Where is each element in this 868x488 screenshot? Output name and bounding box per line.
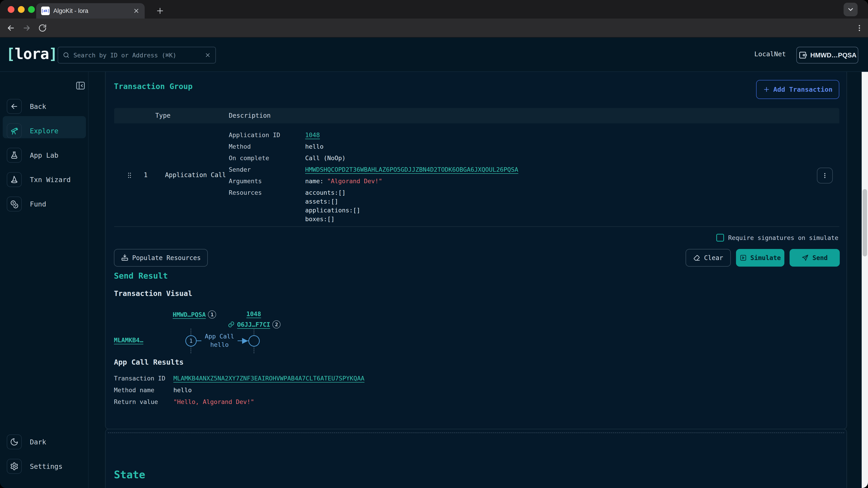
send-result-title: Send Result xyxy=(114,271,168,281)
graph-sender-badge: 1 xyxy=(208,311,216,319)
chevron-down-icon xyxy=(847,6,855,13)
app-call-results-title: App Call Results xyxy=(114,358,184,366)
panel-collapse-icon xyxy=(75,80,86,91)
require-signatures-row: Require signatures on simulate xyxy=(716,233,838,242)
add-transaction-button[interactable]: Add Transaction xyxy=(756,80,839,99)
on-complete-value: Call (NoOp) xyxy=(305,154,346,163)
play-square-icon xyxy=(740,254,747,261)
drag-handle-icon[interactable] xyxy=(126,172,133,180)
require-signatures-label: Require signatures on simulate xyxy=(728,234,838,241)
window-close-button[interactable] xyxy=(8,6,14,13)
sidebar-item-dark-mode[interactable]: Dark xyxy=(7,434,46,449)
field-label: Application ID xyxy=(229,131,305,140)
browser-toolbar: lora.algokit.io/localnet/application/104… xyxy=(0,19,868,37)
result-label: Return value xyxy=(114,398,174,405)
gear-icon xyxy=(7,459,22,474)
arrow-left-icon xyxy=(7,99,22,114)
sidebar-item-explore[interactable]: Explore xyxy=(7,123,58,138)
browser-menu-button[interactable] xyxy=(855,24,864,33)
wallet-label: HMWD…PQSA xyxy=(810,52,857,59)
back-arrow-icon xyxy=(6,24,16,33)
graph-group-link[interactable]: O6JJ…F7CI xyxy=(237,321,270,328)
column-header-type: Type xyxy=(155,112,170,119)
graph-transaction-row-label: MLAMKB4… xyxy=(114,337,143,344)
transaction-type: Application Call xyxy=(165,171,226,179)
window-maximize-button[interactable] xyxy=(28,6,35,13)
sidebar-item-label: Fund xyxy=(30,200,46,208)
logo-word: lora xyxy=(15,45,49,63)
graph-application-link[interactable]: 1048 xyxy=(246,311,261,318)
graph-to-node[interactable] xyxy=(248,335,260,347)
sidebar-item-app-lab[interactable]: App Lab xyxy=(7,148,58,163)
simulate-button[interactable]: Simulate xyxy=(736,249,784,267)
sidebar-item-back[interactable]: Back xyxy=(7,99,46,114)
lora-app: [lora] LocalNet HMWD…PQSA xyxy=(0,37,868,488)
sidebar-item-label: App Lab xyxy=(30,151,58,159)
browser-tab-strip: [ak] AlgoKit - lora xyxy=(0,0,868,19)
sidebar-item-fund[interactable]: Fund xyxy=(7,197,46,212)
sidebar-item-label: Settings xyxy=(30,462,63,470)
reload-icon xyxy=(38,24,47,32)
wallet-button[interactable]: HMWD…PQSA xyxy=(796,47,858,64)
populate-resources-button[interactable]: Populate Resources xyxy=(114,249,208,267)
require-signatures-checkbox[interactable] xyxy=(716,234,724,241)
result-label: Method name xyxy=(114,387,174,394)
search-input[interactable] xyxy=(73,52,201,59)
graph-transaction-link[interactable]: MLAMKB4… xyxy=(114,337,143,344)
field-label: Method xyxy=(229,142,305,151)
page-scrollbar-track[interactable] xyxy=(862,72,868,488)
field-label: Arguments xyxy=(229,177,305,186)
logo-bracket-right: ] xyxy=(49,45,57,63)
method-value: hello xyxy=(305,142,323,151)
dashed-divider xyxy=(108,432,844,433)
sender-address-link[interactable]: HMWDSHQCOPD2T36WBAHLAZ6PO5GDJJZBN4D2TODK… xyxy=(305,165,518,174)
link-icon xyxy=(228,321,235,328)
transaction-row-menu-button[interactable] xyxy=(817,168,833,184)
result-row-method-name: Method name hello xyxy=(114,385,192,394)
sidebar-item-txn-wizard[interactable]: Txn Wizard xyxy=(7,172,71,187)
browser-forward-button[interactable] xyxy=(22,24,31,33)
kebab-menu-icon xyxy=(855,24,864,32)
graph-from-node[interactable]: 1 xyxy=(185,335,197,347)
method-name-value: hello xyxy=(174,387,192,394)
result-row-transaction-id: Transaction ID MLAMKB4ANXZ5NA2XY7ZNF3EAI… xyxy=(114,374,364,383)
result-row-return-value: Return value "Hello, Algorand Dev!" xyxy=(114,397,254,406)
clear-button[interactable]: Clear xyxy=(686,249,731,267)
transaction-id-link[interactable]: MLAMKB4ANXZ5NA2XY7ZNF3EAIROHVWPAB4A7CLT6… xyxy=(174,375,364,382)
column-header-description: Description xyxy=(229,112,271,119)
clear-search-icon[interactable] xyxy=(205,52,211,58)
global-search[interactable] xyxy=(58,47,216,64)
transaction-group-card: Transaction Group Add Transaction Type D… xyxy=(105,72,847,429)
graph-sender-link[interactable]: HMWD…PQSA xyxy=(173,311,206,318)
result-label: Transaction ID xyxy=(114,375,174,382)
field-label: Resources xyxy=(229,188,305,197)
window-minimize-button[interactable] xyxy=(18,6,25,13)
network-label[interactable]: LocalNet xyxy=(754,50,786,58)
browser-back-button[interactable] xyxy=(6,24,16,33)
edge-label-method: hello xyxy=(202,340,238,349)
argument-key: name: xyxy=(305,177,323,186)
browser-reload-button[interactable] xyxy=(38,24,47,33)
sidebar-collapse-button[interactable] xyxy=(75,80,86,91)
browser-tab-active[interactable]: [ak] AlgoKit - lora xyxy=(36,3,145,19)
download-tray-icon xyxy=(121,254,129,262)
search-icon xyxy=(63,52,70,59)
browser-window: [ak] AlgoKit - lora lora.algokit.io/loca… xyxy=(0,0,868,488)
field-label: On complete xyxy=(229,154,305,163)
tab-close-icon[interactable] xyxy=(133,7,140,14)
telescope-icon xyxy=(7,123,22,138)
new-tab-button[interactable] xyxy=(155,6,165,16)
graph-edge-label: App Call hello xyxy=(202,332,238,349)
graph-sender-column: HMWD…PQSA 1 xyxy=(173,311,216,319)
page-scrollbar-thumb[interactable] xyxy=(863,189,867,256)
sidebar-item-settings[interactable]: Settings xyxy=(7,459,63,474)
lora-logo[interactable]: [lora] xyxy=(6,45,57,63)
tab-favicon: [ak] xyxy=(41,6,50,15)
send-button[interactable]: Send xyxy=(789,249,840,267)
tab-search-button[interactable] xyxy=(844,3,858,16)
moon-icon xyxy=(7,434,22,449)
application-id-link[interactable]: 1048 xyxy=(305,131,320,140)
coins-icon xyxy=(7,197,22,212)
graph-group-row: O6JJ…F7CI 2 xyxy=(228,320,281,328)
argument-value: "Algorand Dev!" xyxy=(327,177,382,186)
